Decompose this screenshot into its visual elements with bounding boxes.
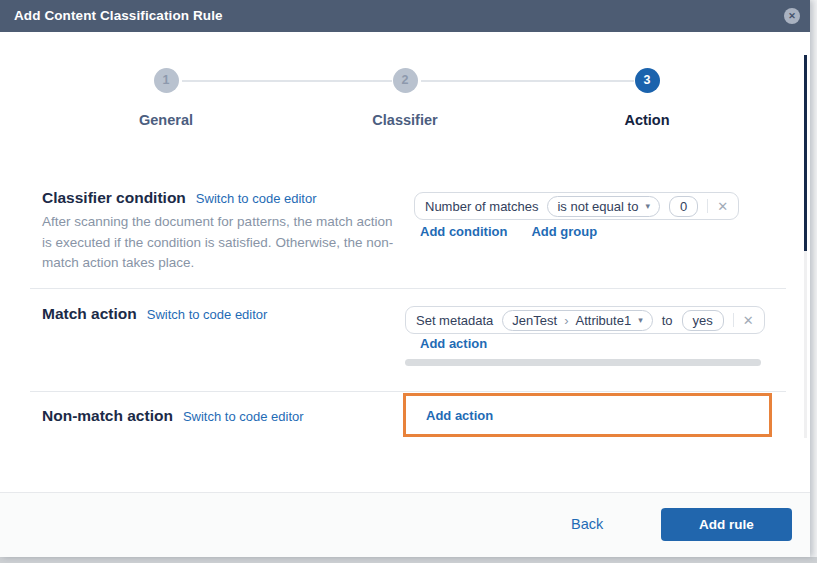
dialog-add-content-classification-rule: Add Content Classification Rule ✕ 1 Gene… (0, 0, 810, 557)
non-match-switch-to-code-editor-link[interactable]: Switch to code editor (183, 409, 304, 424)
match-action-scroll-viewport: Set metadata JenTest › Attribute1 ▾ to y… (405, 306, 772, 336)
classifier-switch-to-code-editor-link[interactable]: Switch to code editor (196, 191, 317, 206)
to-label: to (662, 313, 673, 328)
step-label: Classifier (335, 112, 475, 128)
remove-action-icon[interactable]: ✕ (743, 313, 754, 328)
caret-down-icon: ▾ (638, 315, 643, 325)
classifier-condition-heading: Classifier condition (42, 189, 186, 207)
non-match-add-action-highlight: Add action (403, 393, 772, 437)
metadata-group: JenTest (512, 313, 557, 328)
step-number-badge: 1 (154, 68, 179, 93)
close-button[interactable]: ✕ (784, 8, 800, 24)
add-rule-button[interactable]: Add rule (661, 508, 792, 541)
metadata-field-select[interactable]: JenTest › Attribute1 ▾ (502, 310, 652, 331)
step-label: Action (577, 112, 717, 128)
add-condition-link[interactable]: Add condition (420, 224, 507, 239)
section-divider (30, 288, 786, 289)
page-bottom-strip (0, 557, 817, 563)
close-icon: ✕ (788, 11, 796, 21)
step-number-badge: 2 (393, 68, 418, 93)
condition-row: Number of matches is not equal to ▾ 0 ✕ (414, 192, 739, 220)
separator (707, 199, 708, 213)
dialog-title: Add Content Classification Rule (14, 0, 223, 32)
vertical-scrollbar-track[interactable] (804, 55, 807, 438)
match-switch-to-code-editor-link[interactable]: Switch to code editor (147, 307, 268, 322)
non-match-action-heading-row: Non-match action Switch to code editor (42, 407, 304, 425)
dialog-header: Add Content Classification Rule ✕ (0, 0, 810, 32)
horizontal-scrollbar[interactable] (405, 359, 761, 366)
match-action-heading-row: Match action Switch to code editor (42, 305, 267, 323)
condition-operator-select[interactable]: is not equal to ▾ (547, 196, 659, 217)
stepper-step-action[interactable]: 3 Action (577, 68, 717, 128)
match-action-row: Set metadata JenTest › Attribute1 ▾ to y… (405, 306, 765, 334)
non-match-action-heading: Non-match action (42, 407, 173, 425)
remove-condition-icon[interactable]: ✕ (717, 199, 728, 214)
condition-field-label: Number of matches (425, 199, 538, 214)
vertical-scrollbar-thumb[interactable] (804, 55, 807, 251)
match-action-verb: Set metadata (416, 313, 493, 328)
stepper-step-classifier[interactable]: 2 Classifier (335, 68, 475, 128)
condition-links-row: Add condition Add group (420, 224, 597, 239)
classifier-condition-description: After scanning the document for patterns… (42, 212, 394, 274)
separator (733, 313, 734, 327)
step-number-badge: 3 (635, 68, 660, 93)
back-button[interactable]: Back (571, 493, 603, 556)
chevron-right-icon: › (564, 313, 568, 328)
dialog-footer: Back Add rule (0, 492, 810, 557)
add-group-link[interactable]: Add group (531, 224, 597, 239)
classifier-condition-heading-row: Classifier condition Switch to code edit… (42, 189, 317, 207)
condition-value-input[interactable]: 0 (669, 196, 698, 217)
match-value-input[interactable]: yes (682, 310, 724, 331)
non-match-add-action-link[interactable]: Add action (426, 408, 493, 423)
step-label: General (96, 112, 236, 128)
match-add-action-link[interactable]: Add action (420, 336, 487, 351)
condition-operator-value: is not equal to (557, 199, 638, 214)
caret-down-icon: ▾ (645, 201, 650, 211)
match-action-heading: Match action (42, 305, 137, 323)
page-background: Add Content Classification Rule ✕ 1 Gene… (0, 0, 817, 563)
metadata-attribute: Attribute1 (575, 313, 631, 328)
stepper-step-general[interactable]: 1 General (96, 68, 236, 128)
section-divider (30, 391, 786, 392)
